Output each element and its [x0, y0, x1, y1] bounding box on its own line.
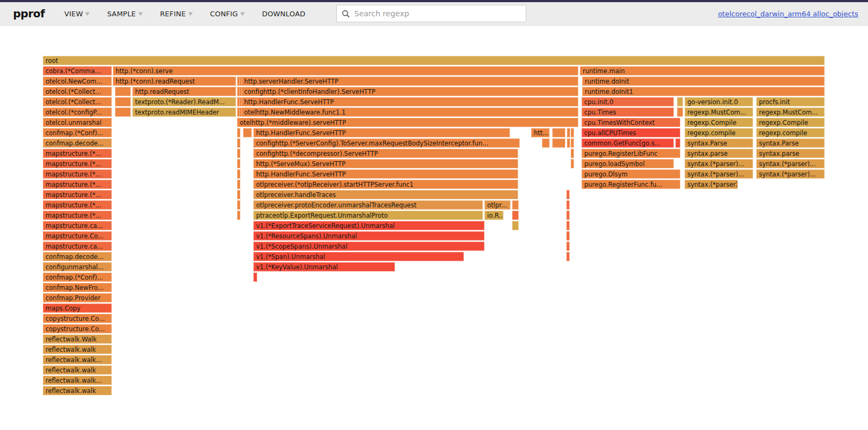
flame-frame[interactable]: procfs.init	[756, 97, 825, 106]
flame-frame[interactable]	[253, 273, 257, 282]
flame-frame[interactable]: common.GetFunc[go.s...	[582, 138, 674, 148]
flame-frame[interactable]: http.(*ServeMux).ServeHTTP	[253, 159, 518, 168]
flame-frame[interactable]: htt...	[531, 128, 550, 137]
flame-frame[interactable]	[237, 138, 240, 148]
flame-frame[interactable]	[571, 128, 574, 137]
flame-frame[interactable]	[677, 97, 683, 106]
flame-frame[interactable]: cobra.(*Comma...	[43, 66, 112, 75]
flame-frame[interactable]	[571, 138, 574, 148]
flame-frame[interactable]: http.serverHandler.ServeHTTP	[241, 77, 578, 86]
flame-frame[interactable]: go-version.init.0	[685, 97, 753, 106]
flame-frame[interactable]: copystructure.Co...	[43, 324, 112, 333]
flame-frame[interactable]: v1.(*ScopeSpans).Unmarshal	[253, 242, 484, 251]
flame-frame[interactable]: purego.loadSymbol	[582, 159, 674, 168]
flame-frame[interactable]: otelhttp.NewMiddleware.func1.1	[241, 108, 578, 117]
flame-frame[interactable]: purego.RegisterFunc.fu...	[582, 180, 680, 189]
flame-frame[interactable]	[237, 169, 240, 179]
flame-frame[interactable]	[542, 138, 550, 148]
flame-frame[interactable]: regexp.Compile	[685, 118, 753, 127]
flame-frame[interactable]	[566, 242, 570, 251]
flame-frame[interactable]: otelcol.NewCom...	[43, 77, 112, 86]
flame-frame[interactable]: textproto.readMIMEHeader	[132, 108, 236, 117]
flame-frame[interactable]: copystructure.Co...	[43, 314, 112, 323]
flame-frame[interactable]: v1.(*KeyValue).Unmarshal	[253, 262, 395, 271]
flame-frame[interactable]: configunmarshal...	[43, 262, 112, 271]
flame-frame[interactable]: otlpreceiver.(*otlpReceiver).startHTTPSe…	[253, 180, 518, 189]
flame-frame[interactable]: confighttp.(*clientInfoHandler).ServeHTT…	[241, 87, 578, 96]
flame-frame[interactable]: confmap.(*Conf)...	[43, 128, 112, 137]
flame-frame[interactable]: mapstructure.(*...	[43, 211, 112, 220]
flame-frame[interactable]	[566, 231, 570, 241]
flame-frame[interactable]: otlpreceiver.protoEncoder.unmarshalTrace…	[253, 200, 483, 210]
flame-frame[interactable]: purego.Dlsym	[582, 169, 680, 179]
flame-frame[interactable]: reflectwalk.walk	[43, 345, 112, 354]
flame-frame[interactable]: otlpr...	[484, 200, 510, 210]
flame-frame[interactable]: mapstructure.Co...	[43, 231, 112, 241]
flame-frame[interactable]: otlpreceiver.handleTraces	[253, 190, 518, 199]
flame-frame[interactable]	[677, 108, 683, 117]
flame-frame[interactable]	[512, 221, 519, 230]
flame-frame[interactable]: purego.RegisterLibFunc	[582, 149, 680, 158]
flame-frame[interactable]: confmap.(*Conf)...	[43, 273, 112, 282]
flame-frame[interactable]: mapstructure.(*...	[43, 180, 112, 189]
flame-frame[interactable]: mapstructure.(*...	[43, 149, 112, 158]
flame-frame[interactable]: textproto.(*Reader).ReadM...	[132, 97, 236, 106]
flame-frame[interactable]: otelhttp.(*middleware).serveHTTP	[237, 118, 578, 127]
flame-frame[interactable]	[566, 211, 570, 220]
flame-frame[interactable]	[512, 200, 519, 210]
flame-frame[interactable]: syntax.(*parser)...	[756, 169, 825, 179]
flame-frame[interactable]: syntax.(*parser)...	[685, 169, 753, 179]
flame-frame[interactable]: ptraceotlp.ExportRequest.UnmarshalProto	[253, 211, 483, 220]
flame-frame[interactable]: confmap.Provider	[43, 293, 112, 302]
flame-frame[interactable]: mapstructure.(*...	[43, 169, 112, 179]
flame-frame[interactable]	[567, 128, 570, 137]
flame-frame[interactable]	[552, 138, 565, 148]
flame-frame[interactable]: cpu.TimesWithContext	[582, 118, 680, 127]
flame-frame[interactable]	[115, 87, 131, 96]
flame-frame[interactable]: runtime.main	[580, 66, 825, 75]
flame-frame[interactable]: confmap.NewFro...	[43, 283, 112, 292]
flame-frame[interactable]: root	[43, 56, 825, 65]
flame-frame[interactable]	[237, 149, 240, 158]
flame-frame[interactable]: regexp.compile	[756, 128, 825, 137]
flame-frame[interactable]	[571, 159, 574, 168]
flame-frame[interactable]: cpu.init.0	[582, 97, 674, 106]
flame-frame[interactable]: syntax.(*parser)...	[685, 180, 738, 189]
flame-frame[interactable]	[512, 211, 519, 220]
flame-frame[interactable]	[566, 190, 570, 199]
flame-frame[interactable]	[566, 221, 570, 230]
flame-frame[interactable]: maps.Copy	[43, 303, 112, 313]
flame-frame[interactable]: http.readRequest	[132, 87, 236, 96]
flame-frame[interactable]: reflectwalk.walk...	[43, 355, 112, 364]
flame-frame[interactable]	[237, 200, 240, 210]
flame-frame[interactable]	[552, 128, 565, 137]
flame-frame[interactable]: syntax.parse	[756, 149, 825, 158]
flame-frame[interactable]	[566, 200, 570, 210]
flame-frame[interactable]: http.HandlerFunc.ServeHTTP	[241, 97, 578, 106]
flame-frame[interactable]	[675, 138, 680, 148]
flame-frame[interactable]: regexp.compile	[685, 128, 753, 137]
flame-frame[interactable]: confmap.decode...	[43, 252, 112, 261]
flame-frame[interactable]: reflectwalk.walk	[43, 386, 112, 395]
flame-frame[interactable]: regexp.MustCom...	[685, 108, 753, 117]
flame-frame[interactable]: mapstructure.(*...	[43, 200, 112, 210]
flame-frame[interactable]: otelcol.(*Collect...	[43, 87, 112, 96]
flame-frame[interactable]: runtime.doInit1	[582, 87, 825, 96]
flame-frame[interactable]: syntax.Parse	[756, 138, 825, 148]
flame-frame[interactable]	[115, 108, 131, 117]
flame-frame[interactable]: mapstructure.(*...	[43, 190, 112, 199]
flame-frame[interactable]: v1.(*ExportTraceServiceRequest).Unmarsha…	[253, 221, 484, 230]
flame-frame[interactable]: otelcol.(*configP...	[43, 108, 112, 117]
flame-frame[interactable]: syntax.Parse	[685, 138, 753, 148]
flame-frame[interactable]	[237, 180, 240, 189]
flame-frame[interactable]: syntax.(*parser)...	[685, 159, 753, 168]
flame-frame[interactable]: regexp.Compile	[756, 118, 825, 127]
flame-frame[interactable]: http.(*conn).serve	[113, 66, 578, 75]
flame-frame[interactable]: v1.(*Span).Unmarshal	[253, 252, 464, 261]
flame-frame[interactable]: http.HandlerFunc.ServeHTTP	[253, 128, 510, 137]
flame-frame[interactable]	[237, 190, 240, 199]
flame-frame[interactable]: otelcol.(*Collect...	[43, 97, 112, 106]
flame-frame[interactable]	[243, 128, 252, 137]
flame-frame[interactable]: confmap.decode...	[43, 138, 112, 148]
flame-frame[interactable]: cpu.Times	[582, 108, 674, 117]
